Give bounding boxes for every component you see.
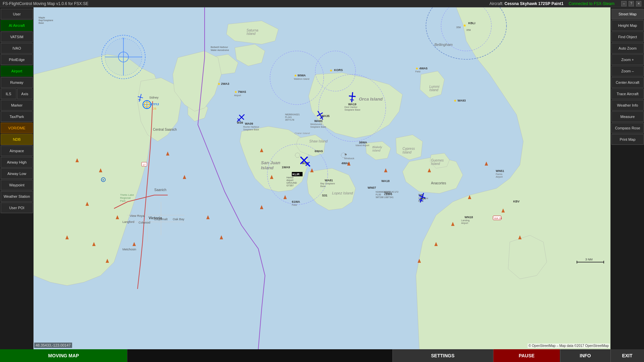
right-btn-center-aircraft[interactable]: Center Aircraft: [611, 77, 644, 88]
right-btn-auto-zoom[interactable]: Auto Zoom: [611, 43, 644, 54]
sidebar-item-waypoint[interactable]: Waypoint: [1, 180, 33, 190]
svg-text:26: 26: [153, 107, 156, 110]
svg-text:Bay/Seaplane: Bay/Seaplane: [39, 19, 53, 22]
svg-text:Orca Island: Orca Island: [359, 97, 383, 102]
svg-text:WN51: WN51: [496, 169, 504, 173]
sidebar-item-ai-aircraft[interactable]: AI Aircraft: [1, 20, 33, 31]
svg-text:Island: Island: [402, 150, 412, 154]
svg-text:★: ★: [453, 99, 457, 103]
svg-text:Esquimalt: Esquimalt: [154, 218, 168, 221]
svg-text:Island: Island: [261, 165, 274, 170]
sidebar-item-vor-dme[interactable]: VOR/DME: [1, 123, 33, 133]
right-btn-trace-aircraft[interactable]: Trace Aircraft: [611, 88, 644, 99]
help-button[interactable]: ?: [629, 1, 634, 6]
svg-text:CYYJ: CYYJ: [151, 103, 159, 106]
right-btn-zoom-plus[interactable]: Zoom +: [611, 54, 644, 65]
svg-text:S31: S31: [322, 194, 327, 197]
sidebar-item-vatsim[interactable]: VATSIM: [1, 32, 33, 42]
right-btn-find-object[interactable]: Find Object: [611, 32, 644, 42]
coordinates-display: 48.35433,-123.00147: [34, 343, 72, 348]
svg-text:WA81: WA81: [325, 179, 333, 182]
svg-text:Windsock: Windsock: [344, 157, 355, 160]
sidebar-item-axis[interactable]: Axis: [17, 88, 33, 99]
sidebar-item-weather-station[interactable]: Weather Station: [1, 191, 33, 202]
window-controls: – ? ✕: [621, 1, 641, 6]
right-btn-zoom-minus[interactable]: Zoom –: [611, 66, 644, 76]
svg-text:WA93: WA93: [458, 99, 466, 102]
minimize-button[interactable]: –: [621, 1, 627, 6]
svg-text:Deer Harbor: Deer Harbor: [344, 106, 358, 108]
svg-text:Sidney: Sidney: [149, 96, 159, 99]
svg-text:WN18: WN18: [465, 216, 473, 219]
titlebar: FS-FlightControl Moving Map v1.0.6 for F…: [0, 0, 644, 7]
svg-text:Island: Island: [429, 88, 438, 92]
svg-text:1WA9: 1WA9: [282, 166, 290, 169]
right-btn-compass-rose[interactable]: Compass Rose: [611, 123, 644, 133]
right-btn-print-map[interactable]: Print Map: [611, 134, 644, 145]
right-btn-street-map[interactable]: Street Map: [611, 9, 644, 19]
sidebar-item-taxi-park[interactable]: Tax/Park: [1, 111, 33, 122]
svg-text:61WA: 61WA: [292, 200, 300, 203]
sidebar-item-ils[interactable]: ILS: [1, 88, 16, 99]
svg-text:Island: Island: [431, 162, 440, 166]
right-btn-height-map[interactable]: Height Map: [611, 20, 644, 31]
svg-text:3 NM: 3 NM: [585, 258, 593, 261]
sidebar-item-airport[interactable]: Airport: [1, 66, 33, 76]
svg-text:Airport: Airport: [496, 176, 503, 178]
close-button[interactable]: ✕: [636, 1, 641, 6]
svg-text:★: ★: [329, 68, 333, 72]
exit-button[interactable]: EXIT: [610, 349, 644, 362]
svg-text:KBV: KBV: [513, 200, 520, 203]
svg-text:WA18: WA18: [381, 179, 390, 183]
svg-text:358: 358: [456, 26, 461, 29]
svg-text:Farms: Farms: [496, 173, 502, 175]
svg-text:Lopez Island: Lopez Island: [332, 191, 353, 195]
sidebar-item-user[interactable]: User: [1, 9, 33, 19]
svg-text:GT357: GT357: [286, 184, 294, 187]
info-button[interactable]: INFO: [560, 349, 610, 362]
sidebar-item-runway[interactable]: Runway: [1, 77, 33, 88]
svg-text:Maple: Maple: [39, 16, 45, 19]
right-btn-measure[interactable]: Measure: [611, 111, 644, 122]
svg-text:90WA: 90WA: [298, 74, 306, 77]
svg-text:★: ★: [294, 73, 297, 77]
svg-text:Island: Island: [372, 149, 381, 152]
sidebar-item-pilotedge[interactable]: PilotEdge: [1, 54, 33, 65]
svg-text:Seaplane Base: Seaplane Base: [310, 126, 326, 128]
sidebar-item-marker[interactable]: Marker: [1, 100, 33, 111]
moving-map-button[interactable]: MOVING MAP: [0, 349, 127, 362]
sidebar-item-user-poi[interactable]: User POI: [1, 202, 33, 213]
svg-text:Thetis Lake: Thetis Lake: [120, 193, 134, 196]
svg-text:WA83: WA83: [314, 119, 323, 123]
svg-text:Landing: Landing: [461, 219, 470, 222]
sidebar-item-ivao[interactable]: IVAO: [1, 43, 33, 54]
settings-button[interactable]: SETTINGS: [392, 349, 493, 362]
app-title: FS-FlightControl Moving Map v1.0.6 for F…: [3, 1, 489, 6]
sidebar-item-ndb[interactable]: NDB: [1, 134, 33, 145]
svg-text:17: 17: [143, 163, 146, 166]
right-btn-weather-info[interactable]: Weather Info: [611, 100, 644, 111]
sidebar-item-ils-axis-group: ILS Axis: [1, 88, 33, 99]
map-area[interactable]: N 17 WA 20 ★ KBLI 358: [34, 7, 610, 349]
svg-text:WA 20: WA 20: [494, 217, 502, 220]
svg-text:7WA5: 7WA5: [238, 90, 246, 94]
bottom-bar: MOVING MAP SETTINGS PAUSE INFO EXIT: [0, 349, 644, 362]
svg-text:4WA5: 4WA5: [419, 67, 428, 70]
map-attribution: © OpenStreetMap – Map data ©2017 OpenStr…: [528, 344, 610, 348]
pause-button[interactable]: PAUSE: [493, 349, 560, 362]
svg-text:San Juan: San Juan: [261, 160, 280, 165]
svg-text:Island: Island: [247, 32, 256, 36]
svg-text:WN07: WN07: [368, 186, 376, 189]
svg-text:Blakely: Blakely: [372, 145, 382, 149]
connection-status: Connected to FSX-Steam: [569, 1, 614, 6]
svg-text:358: 358: [466, 28, 471, 32]
sidebar-item-airway-low[interactable]: Airway Low: [1, 168, 33, 179]
svg-text:98T286: 98T286: [376, 196, 384, 198]
aircraft-label: Aircraft:: [489, 1, 503, 6]
svg-text:Airport: Airport: [286, 179, 293, 182]
sidebar-item-airway-high[interactable]: Airway High: [1, 157, 33, 168]
svg-text:Shaw Island: Shaw Island: [309, 139, 328, 143]
map-svg: N 17 WA 20 ★ KBLI 358: [34, 7, 610, 349]
sidebar-item-airspace[interactable]: Airspace: [1, 145, 33, 156]
svg-text:Island Airport: Island Airport: [356, 144, 369, 147]
